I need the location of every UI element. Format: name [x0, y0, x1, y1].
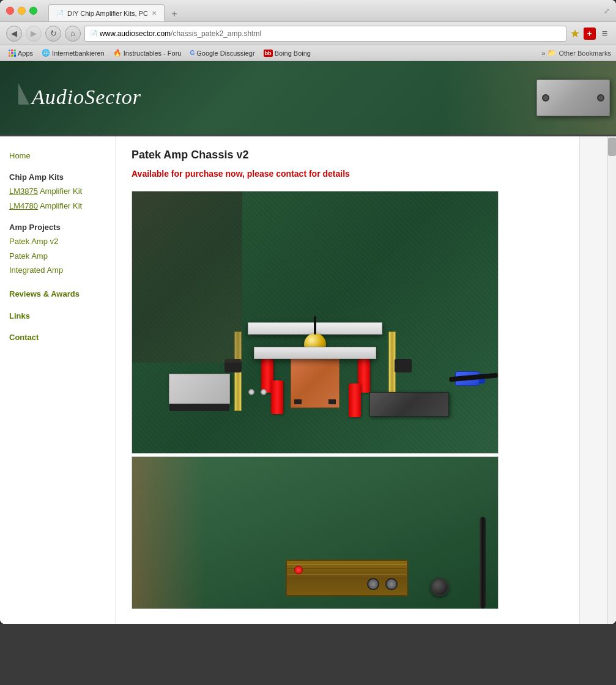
amp-box-decoration [536, 80, 610, 116]
sidebar-item-patek-amp[interactable]: Patek Amp [9, 249, 106, 263]
site-logo: AudioSector [18, 77, 165, 119]
page-body: Home Chip Amp Kits LM3875 Amplifier Kit … [0, 135, 616, 624]
forward-icon: ▶ [31, 29, 37, 38]
back-icon: ◀ [11, 29, 17, 38]
copper-pcb [291, 353, 340, 408]
boing-boing-label: Boing Boing [275, 50, 311, 57]
new-tab-button[interactable]: + [167, 7, 182, 21]
sidebar-item-patek-amp-v2[interactable]: Patek Amp v2 [9, 234, 106, 248]
right-column [579, 136, 616, 624]
tab-title: DIY Chip Amplifier Kits, PC [67, 10, 148, 17]
address-domain: www.audiosector.com [100, 29, 171, 38]
lm3875-label: LM3875 [9, 187, 38, 196]
close-button[interactable] [6, 7, 14, 15]
logo-triangle [18, 83, 29, 105]
screw-1 [248, 389, 254, 395]
browser-menu-button[interactable]: ≡ [599, 28, 610, 39]
sidebar-contact-section: Contact [9, 330, 106, 344]
page-icon: 📄 [90, 30, 97, 37]
instructables-label: Instructables - Foru [124, 50, 182, 57]
bookmark-internetbankieren[interactable]: 🌐 Internetbankieren [38, 48, 108, 58]
website: AudioSector Home [0, 61, 616, 624]
sidebar-home-section: Home [9, 149, 106, 163]
component-2 [328, 399, 336, 404]
knob-decoration-2 [597, 94, 604, 102]
scroll-thumb[interactable] [608, 138, 616, 156]
amp-visual-2 [132, 457, 498, 609]
nav-bar: ◀ ▶ ↻ ⌂ 📄 www.audiosector.com/chassis_pa… [0, 22, 616, 45]
background-room [132, 191, 242, 363]
wood-grain-2 [287, 568, 407, 569]
bottom-chassis-plate [254, 347, 376, 359]
back-button[interactable]: ◀ [6, 26, 22, 42]
rca-jack-2 [367, 578, 379, 590]
red-capacitor-left-2 [349, 383, 361, 417]
sidebar-chip-amp-kits-title: Chip Amp Kits [9, 172, 106, 182]
address-text: www.audiosector.com/chassis_patek2_amp.s… [100, 29, 561, 38]
sidebar-item-links[interactable]: Links [9, 309, 106, 323]
tab-area: 📄 DIY Chip Amplifier Kits, PC ✕ + [48, 0, 599, 21]
home-button[interactable]: ⌂ [65, 26, 81, 42]
volume-knob [431, 578, 449, 596]
resize-icon: ⤢ [604, 7, 610, 15]
bookmarks-bar: Apps 🌐 Internetbankieren 🔥 Instructables… [0, 45, 616, 61]
wood-grain-3 [287, 574, 407, 575]
enclosure-base [169, 404, 229, 411]
sidebar-item-home[interactable]: Home [9, 149, 106, 163]
red-capacitor-right-2 [271, 380, 283, 414]
sidebar: Home Chip Amp Kits LM3875 Amplifier Kit … [0, 136, 116, 624]
title-bar: 📄 DIY Chip Amplifier Kits, PC ✕ + ⤢ [0, 0, 616, 22]
sidebar-amp-projects-title: Amp Projects [9, 223, 106, 232]
address-bar[interactable]: 📄 www.audiosector.com/chassis_patek2_amp… [84, 26, 566, 42]
apps-label: Apps [18, 50, 33, 57]
rca-jack-1 [385, 578, 398, 590]
sidebar-links-section: Links [9, 309, 106, 323]
page-title: Patek Amp Chassis v2 [132, 149, 564, 161]
dark-wood-panel [369, 392, 449, 417]
internetbankieren-label: Internetbankieren [52, 50, 105, 57]
sidebar-item-lm3875[interactable]: LM3875 Amplifier Kit [9, 184, 106, 198]
bookmark-star-button[interactable]: ★ [570, 27, 580, 40]
wood-chassis [286, 560, 432, 609]
apps-grid-icon [9, 50, 16, 57]
main-content: Patek Amp Chassis v2 Available for purch… [116, 136, 579, 624]
knob-decoration [542, 94, 549, 102]
google-discussie-label: Google Discussiegr [196, 50, 254, 57]
bookmark-instructables[interactable]: 🔥 Instructables - Foru [109, 48, 185, 58]
bookmark-apps[interactable]: Apps [5, 48, 37, 58]
browser-content: AudioSector Home [0, 61, 616, 624]
tab-close-button[interactable]: ✕ [152, 10, 157, 17]
logo-text: AudioSector [31, 86, 141, 108]
boing-boing-icon: bb [264, 50, 273, 57]
brick-bg [132, 457, 206, 609]
product-image-1 [132, 191, 499, 454]
scroll-bar[interactable] [607, 136, 616, 624]
bookmark-boing-boing[interactable]: bb Boing Boing [260, 48, 314, 58]
more-bookmarks[interactable]: » 📁 Other Bookmarks [541, 49, 611, 57]
purchase-notice: Available for purchase now, please conta… [132, 169, 564, 179]
cable-2 [480, 517, 486, 609]
lm4780-label: LM4780 [9, 201, 38, 210]
sidebar-reviews-section: Reviews & Awards [9, 287, 106, 301]
active-tab[interactable]: 📄 DIY Chip Amplifier Kits, PC ✕ [48, 4, 165, 21]
lm3875-suffix: Amplifier Kit [38, 187, 82, 196]
internetbankieren-icon: 🌐 [42, 49, 50, 57]
refresh-button[interactable]: ↻ [45, 26, 61, 42]
more-bookmarks-icon: » [541, 50, 545, 57]
sidebar-item-reviews[interactable]: Reviews & Awards [9, 287, 106, 301]
sidebar-item-contact[interactable]: Contact [9, 330, 106, 344]
traffic-lights [6, 7, 37, 15]
header-amp-decoration [445, 61, 616, 135]
sidebar-item-lm4780[interactable]: LM4780 Amplifier Kit [9, 199, 106, 213]
instructables-icon: 🔥 [113, 49, 122, 57]
add-to-reading-list-button[interactable]: + [584, 28, 596, 40]
bookmark-google-discussie[interactable]: G Google Discussiegr [186, 48, 258, 58]
logo-svg: AudioSector [18, 77, 165, 114]
maximize-button[interactable] [29, 7, 37, 15]
minimize-button[interactable] [18, 7, 26, 15]
sidebar-item-integrated-amp[interactable]: Integrated Amp [9, 263, 106, 277]
wood-panel [286, 560, 408, 596]
small-enclosure [169, 374, 230, 404]
address-path: /chassis_patek2_amp.shtml [171, 29, 261, 38]
forward-button[interactable]: ▶ [26, 26, 42, 42]
